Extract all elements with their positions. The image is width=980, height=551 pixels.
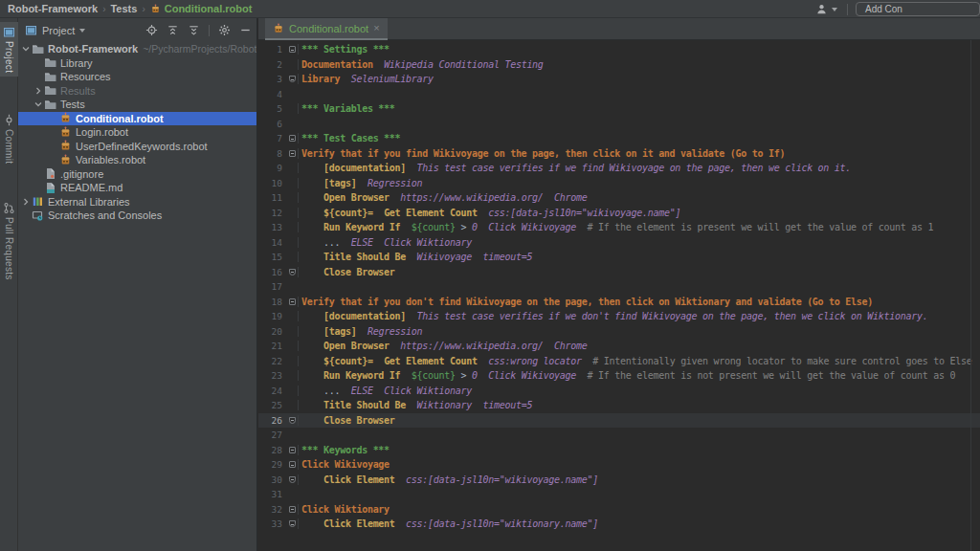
- settings-gear-icon[interactable]: [218, 24, 231, 36]
- code-line-29[interactable]: 29Click Wikivoyage: [258, 457, 980, 473]
- code-line-9[interactable]: 9 [documentation] This test case verifie…: [258, 161, 980, 176]
- code-line-20[interactable]: 20 [tags] Regression: [258, 324, 980, 340]
- code-line-26[interactable]: 26 Close Browser: [258, 413, 980, 429]
- code-line-text: Open Browser https://www.wikipedia.org/ …: [298, 341, 980, 351]
- add-configuration-button[interactable]: Add Con: [856, 2, 980, 16]
- line-number: 4: [258, 89, 287, 99]
- folder-icon: [32, 43, 44, 55]
- fold-marker-icon[interactable]: [287, 520, 298, 527]
- tree-item-conditional-robot[interactable]: Conditional.robot: [18, 112, 257, 126]
- chevron-right-icon[interactable]: [20, 196, 32, 208]
- code-line-19[interactable]: 19 [documentation] This test case verifi…: [258, 309, 980, 324]
- code-line-15[interactable]: 15 Title Should Be Wikivoyage timeout=5: [258, 250, 980, 265]
- hide-panel-icon[interactable]: [239, 24, 252, 36]
- tree-item-resources[interactable]: Resources: [18, 70, 257, 84]
- code-line-33[interactable]: 33 Click Element css:[data-jsl10n="wikti…: [258, 517, 980, 532]
- project-panel-title[interactable]: Project: [42, 25, 75, 36]
- tree-item--gitignore[interactable]: .gitignore: [18, 167, 257, 182]
- chevron-down-icon[interactable]: [79, 29, 85, 33]
- mdfile-icon: [44, 182, 56, 194]
- fold-marker-icon[interactable]: [287, 298, 298, 305]
- fold-marker-icon[interactable]: [287, 46, 298, 53]
- chevron-down-icon[interactable]: [20, 43, 32, 55]
- tree-item-label: Library: [60, 57, 93, 69]
- project-tree: Robot-Framework~/PycharmProjects/Robot-F…: [18, 42, 257, 223]
- code-line-21[interactable]: 21 Open Browser https://www.wikipedia.or…: [258, 339, 980, 354]
- tree-item-robot-framework[interactable]: Robot-Framework~/PycharmProjects/Robot-F…: [18, 42, 257, 56]
- chevron-right-icon[interactable]: [33, 85, 44, 97]
- line-number: 33: [258, 518, 287, 529]
- breadcrumb-item-robot-framework[interactable]: Robot-Framework: [8, 3, 98, 14]
- chevron-down-icon: [832, 8, 837, 11]
- code-line-22[interactable]: 22 ${count}= Get Element Count css:wrong…: [258, 354, 980, 369]
- fold-marker-icon[interactable]: [287, 269, 298, 276]
- code-line-31[interactable]: 31: [258, 487, 980, 502]
- fold-marker-icon[interactable]: [287, 461, 298, 468]
- tree-item-tests[interactable]: Tests: [18, 98, 257, 112]
- stripe-button-project[interactable]: Project: [0, 22, 18, 77]
- code-line-10[interactable]: 10 [tags] Regression: [258, 176, 980, 191]
- line-number: 23: [258, 370, 287, 381]
- breadcrumb-item-conditional-robot[interactable]: Conditional.robot: [150, 3, 253, 14]
- code-area[interactable]: 1*** Settings ***2Documentation Wikipedi…: [258, 40, 980, 551]
- code-line-24[interactable]: 24 ... ELSE Click Wiktionary: [258, 384, 980, 399]
- line-number: 25: [258, 400, 287, 410]
- robot-file-icon: [273, 23, 284, 34]
- fold-marker-icon[interactable]: [287, 150, 298, 157]
- editor-scrollbar[interactable]: [970, 40, 980, 551]
- code-line-16[interactable]: 16 Close Browser: [258, 265, 980, 280]
- user-menu[interactable]: [815, 3, 837, 15]
- expand-all-icon[interactable]: [167, 24, 179, 36]
- chevron-spacer: [33, 57, 44, 69]
- stripe-button-pull-requests[interactable]: Pull Requests: [0, 198, 18, 284]
- code-line-32[interactable]: 32Click Wiktionary: [258, 502, 980, 518]
- code-line-7[interactable]: 7*** Test Cases ***: [258, 131, 980, 146]
- code-line-2[interactable]: 2Documentation Wikipedia Conditional Tes…: [258, 57, 980, 73]
- close-icon[interactable]: ×: [373, 23, 379, 33]
- fold-marker-icon[interactable]: [287, 476, 298, 483]
- tree-item-results[interactable]: Results: [18, 84, 257, 99]
- tree-item-library[interactable]: Library: [18, 56, 257, 71]
- fold-marker-icon[interactable]: [287, 76, 298, 82]
- code-line-17[interactable]: 17: [258, 279, 980, 295]
- code-line-28[interactable]: 28*** Keywords ***: [258, 443, 980, 458]
- tree-item-readme-md[interactable]: README.md: [18, 181, 257, 195]
- tree-item-userdefinedkeywords-robot[interactable]: UserDefinedKeywords.robot: [18, 140, 257, 154]
- code-line-14[interactable]: 14 ... ELSE Click Wiktionary: [258, 235, 980, 251]
- code-line-1[interactable]: 1*** Settings ***: [258, 42, 980, 57]
- tree-item-label: Login.robot: [76, 126, 128, 138]
- code-line-8[interactable]: 8Verify that if you find Wikivoyage on t…: [258, 146, 980, 162]
- fold-marker-icon[interactable]: [287, 447, 298, 453]
- tree-item-scratches-and-consoles[interactable]: Scratches and Consoles: [18, 209, 257, 223]
- code-line-4[interactable]: 4: [258, 87, 980, 102]
- code-line-text: Open Browser https://www.wikipedia.org/ …: [298, 192, 980, 203]
- collapse-all-icon[interactable]: [188, 24, 200, 36]
- code-line-12[interactable]: 12 ${count}= Get Element Count css:[data…: [258, 206, 980, 221]
- line-number: 24: [258, 386, 287, 396]
- fold-marker-icon[interactable]: [287, 506, 298, 513]
- gitfile-icon: [44, 167, 56, 180]
- code-line-13[interactable]: 13 Run Keyword If ${count} > 0 Click Wik…: [258, 220, 980, 235]
- code-line-25[interactable]: 25 Title Should Be Wiktionary timeout=5: [258, 398, 980, 413]
- code-line-18[interactable]: 18Verify that if you don't find Wikivoya…: [258, 295, 980, 310]
- tree-item-variables-robot[interactable]: Variables.robot: [18, 153, 257, 167]
- code-line-6[interactable]: 6: [258, 117, 980, 132]
- tree-item-external-libraries[interactable]: External Libraries: [18, 195, 257, 209]
- stripe-button-commit[interactable]: Commit: [0, 110, 18, 167]
- line-number: 16: [258, 267, 287, 277]
- editor-tab-conditional-robot[interactable]: Conditional.robot ×: [265, 18, 388, 40]
- tree-item-login-robot[interactable]: Login.robot: [18, 125, 257, 140]
- locate-icon[interactable]: [145, 24, 158, 36]
- code-line-23[interactable]: 23 Run Keyword If ${count} > 0 Click Wik…: [258, 368, 980, 384]
- chevron-down-icon[interactable]: [33, 99, 44, 110]
- code-line-27[interactable]: 27: [258, 428, 980, 443]
- code-line-5[interactable]: 5*** Variables ***: [258, 101, 980, 117]
- code-line-11[interactable]: 11 Open Browser https://www.wikipedia.or…: [258, 190, 980, 206]
- user-icon: [815, 3, 828, 15]
- code-line-30[interactable]: 30 Click Element css:[data-jsl10n="wikiv…: [258, 473, 980, 488]
- fold-marker-icon[interactable]: [287, 417, 298, 424]
- code-line-text: *** Test Cases ***: [298, 133, 980, 143]
- fold-marker-icon[interactable]: [287, 135, 298, 142]
- code-line-3[interactable]: 3Library SeleniumLibrary: [258, 72, 980, 87]
- breadcrumb-item-tests[interactable]: Tests: [110, 3, 137, 14]
